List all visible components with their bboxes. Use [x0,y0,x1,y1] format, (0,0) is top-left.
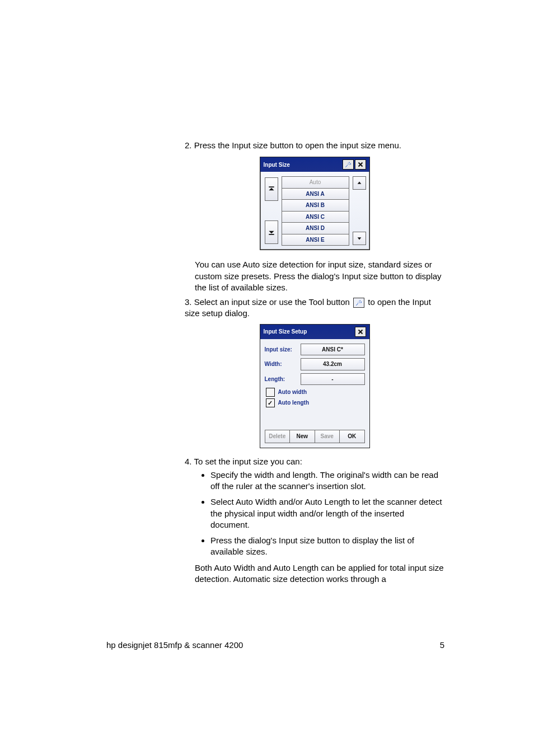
page-footer: hp designjet 815mfp & scanner 4200 5 [106,640,444,650]
step-3: 3. Select an input size or use the Tool … [185,297,444,320]
dialog-title-bar: Input Size Setup [260,325,369,339]
footer-left: hp designjet 815mfp & scanner 4200 [106,640,243,650]
size-option-auto[interactable]: Auto [282,176,349,189]
step-2: 2. Press the Input size button to open t… [185,140,444,151]
dialog-title: Input Size Setup [264,328,307,336]
size-option-ansi-a[interactable]: ANSI A [282,188,349,200]
tool-icon[interactable] [353,298,364,308]
input-size-menu-dialog: Input Size A [260,157,370,250]
label-width: Width: [265,360,301,368]
new-button[interactable]: New [289,430,315,443]
save-button[interactable]: Save [315,430,340,443]
bullet-list: Specify the width and length. The origin… [210,469,444,558]
label-auto-width: Auto width [278,388,307,396]
paragraph-both-auto: Both Auto Width and Auto Length can be a… [195,562,444,585]
checkbox-auto-width[interactable] [266,388,275,397]
label-auto-length: Auto length [278,399,310,407]
dialog-title-bar: Input Size [260,157,369,172]
page-number: 5 [440,640,444,650]
tool-icon[interactable] [343,159,354,170]
close-icon[interactable] [355,327,366,337]
value-width[interactable]: 43.2cm [301,358,365,370]
dialog-title: Input Size [264,161,290,169]
value-input-size[interactable]: ANSI C* [301,344,365,356]
step-4: 4. To set the input size you can: [185,456,444,467]
size-option-ansi-d[interactable]: ANSI D [282,222,349,234]
checkbox-auto-length[interactable] [266,398,275,407]
delete-button[interactable]: Delete [265,430,291,443]
input-size-setup-dialog: Input Size Setup Input size: ANSI C* Wid… [260,324,370,448]
size-option-ansi-e[interactable]: ANSI E [282,234,349,246]
page-bottom-button[interactable] [265,220,278,244]
label-length: Length: [265,375,301,383]
ok-button[interactable]: OK [339,430,365,443]
list-item: Press the dialog's Input size button to … [210,535,444,558]
size-option-ansi-b[interactable]: ANSI B [282,199,349,212]
label-input-size: Input size: [265,346,301,354]
scroll-down-button[interactable] [353,232,366,245]
value-length[interactable]: - [301,373,365,386]
page-top-button[interactable] [265,177,278,201]
paragraph-auto-size: You can use Auto size detection for inpu… [195,259,444,293]
size-option-ansi-c[interactable]: ANSI C [282,211,349,223]
close-icon[interactable] [355,159,366,170]
scroll-up-button[interactable] [353,176,366,190]
list-item: Select Auto Width and/or Auto Length to … [210,496,444,530]
list-item: Specify the width and length. The origin… [210,469,444,492]
